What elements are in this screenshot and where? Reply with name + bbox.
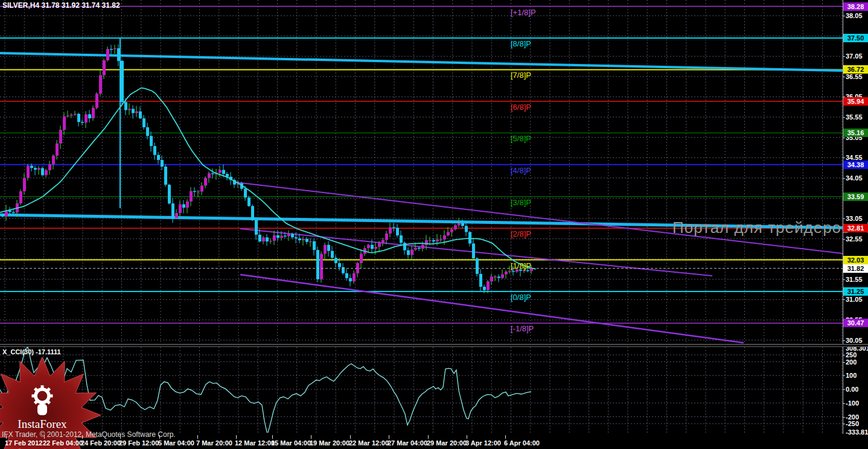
murrey-level-label: [0/8]P [511,293,531,302]
candle-body [284,235,287,236]
murrey-price-tag: 38.28 [843,2,868,11]
time-axis-tick [236,435,237,439]
candle-body [508,271,511,272]
murrey-level-label: [-1/8]P [511,324,534,333]
time-axis-tick [389,435,389,439]
candle-body [436,240,439,241]
candle-body [276,235,279,238]
candle-body [360,254,363,263]
candle-body [490,276,493,281]
candle-body [63,116,66,130]
time-axis-tick [311,435,311,439]
murrey-price-tag: 34.38 [843,161,868,169]
candle-body [468,232,471,243]
time-axis-tick [197,435,198,439]
candle-body [59,130,62,144]
price-axis-label: 38.05 [846,12,863,19]
time-axis-label: 19 Mar 20:00 [310,439,349,447]
candle-body [523,270,526,271]
horizontal-resistance-line[interactable] [0,53,843,71]
price-axis-label: 36.55 [846,73,863,80]
cci-axis-tick [843,375,845,376]
candle-body [186,202,189,208]
price-axis-label: 30.05 [846,337,863,344]
candle-body [66,115,69,116]
candle-body [327,245,330,251]
murrey-price-tag: 37.50 [843,34,868,42]
candle-body [168,185,171,203]
candle-body [175,213,178,218]
cci-axis-tick [843,362,845,363]
cci-axis-label: -250 [846,420,859,427]
candle-body [52,156,55,164]
candle-body [153,146,156,155]
pane-separator[interactable] [0,344,868,347]
candle-body [429,240,432,241]
trend-line[interactable] [240,275,744,343]
watermark: Портал для трейдеров - ForTrader.ru [672,218,868,237]
murrey-level-label: [6/8]P [511,103,531,112]
candle-body [414,248,417,250]
cci-axis-label: -100 [846,400,859,407]
candle-body [179,205,182,214]
candle-body [396,228,399,235]
price-axis-tick [843,158,845,158]
time-axis-tick [505,435,506,439]
candle-body [342,267,345,273]
candle-body [113,48,116,49]
price-axis-label: 35.55 [846,113,863,121]
candle-body [128,109,131,110]
candle-body [291,234,294,237]
cci-pane-svg [0,347,843,433]
murrey-level-label: [8/8]P [511,39,531,48]
candle-body [501,275,504,278]
candle-body [309,241,312,242]
candle-body [211,173,214,174]
candle-body [208,173,211,178]
candle-body [99,75,102,94]
candle-body [30,166,33,168]
candle-body [219,170,222,173]
candle-body [287,234,290,236]
candle-body [295,237,298,238]
candle-body [324,245,327,254]
candle-body [23,178,26,191]
candle-body [407,250,410,255]
candle-body [45,170,48,175]
murrey-price-tag: 32.81 [843,224,868,232]
bid-price-tag: 31.82 [843,264,868,273]
price-pane-svg: [+1/8]P[8/8]P[7/8]P[6/8]P[5/8]P[4/8]P[3/… [0,0,843,344]
price-axis-label: 37.05 [846,53,863,60]
time-axis-label: 3 Apr 12:00 [465,439,501,447]
candle-body [465,226,468,232]
candle-body [142,118,145,127]
time-axis-label: 12 Mar 12:00 [235,439,275,447]
moving-average-line[interactable] [0,88,536,269]
candle-body [410,250,413,255]
candle-body [70,115,73,115]
cci-indicator-canvas[interactable] [0,347,843,433]
candle-body [81,122,84,123]
candle-body [454,225,457,229]
price-axis-tick [843,56,845,57]
murrey-level-label: [5/8]P [511,134,531,143]
candle-body [182,205,185,208]
murrey-price-tag: 31.25 [843,287,868,296]
candle-body [479,274,482,287]
candle-body [374,247,377,249]
price-chart-canvas[interactable]: [+1/8]P[8/8]P[7/8]P[6/8]P[5/8]P[4/8]P[3/… [0,0,843,344]
chart-title: SILVER,H4 31.78 31.92 31.74 31.82 [2,1,120,10]
time-axis-label: 24 Feb 20:00 [81,439,121,447]
candle-body [483,287,486,290]
candle-body [171,203,174,218]
candle-body [439,240,442,240]
murrey-level-label: [7/8]P [511,71,531,80]
candle-body [353,273,356,281]
candle-body [345,273,348,278]
candle-body [378,243,381,247]
candle-body [1,214,4,216]
candle-body [74,114,77,115]
time-axis-label: 7 Mar 20:00 [196,439,232,447]
candle-body [313,241,316,250]
candle-body [204,178,207,186]
